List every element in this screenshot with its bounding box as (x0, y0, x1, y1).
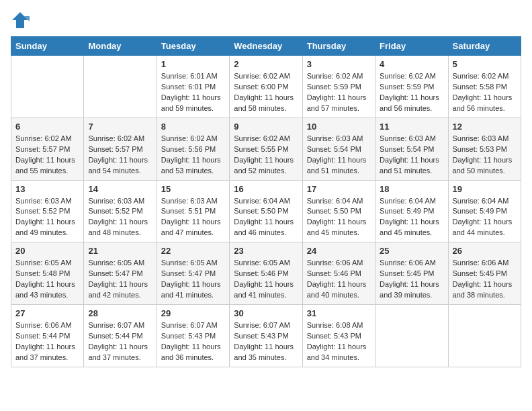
calendar-cell: 18Sunrise: 6:04 AM Sunset: 5:49 PM Dayli… (375, 180, 448, 242)
cell-content: Sunrise: 6:03 AM Sunset: 5:54 PM Dayligh… (307, 134, 371, 177)
calendar-cell: 24Sunrise: 6:06 AM Sunset: 5:46 PM Dayli… (302, 242, 375, 305)
calendar-cell: 27Sunrise: 6:06 AM Sunset: 5:44 PM Dayli… (11, 305, 84, 367)
calendar-cell: 23Sunrise: 6:05 AM Sunset: 5:46 PM Dayli… (230, 242, 302, 305)
day-number: 14 (88, 184, 152, 194)
calendar-cell: 8Sunrise: 6:02 AM Sunset: 5:56 PM Daylig… (157, 118, 229, 180)
calendar-cell: 1Sunrise: 6:01 AM Sunset: 6:01 PM Daylig… (157, 56, 229, 118)
cell-content: Sunrise: 6:06 AM Sunset: 5:45 PM Dayligh… (380, 258, 443, 301)
calendar-table: SundayMondayTuesdayWednesdayThursdayFrid… (11, 36, 521, 367)
day-number: 29 (161, 308, 225, 318)
cell-content: Sunrise: 6:01 AM Sunset: 6:01 PM Dayligh… (161, 71, 225, 114)
cell-content: Sunrise: 6:03 AM Sunset: 5:52 PM Dayligh… (88, 196, 152, 239)
cell-content: Sunrise: 6:03 AM Sunset: 5:53 PM Dayligh… (453, 134, 517, 177)
calendar-cell: 11Sunrise: 6:03 AM Sunset: 5:54 PM Dayli… (375, 118, 448, 180)
day-number: 7 (88, 122, 152, 132)
cell-content: Sunrise: 6:05 AM Sunset: 5:46 PM Dayligh… (234, 258, 298, 301)
day-number: 8 (161, 122, 225, 132)
day-number: 9 (234, 122, 298, 132)
day-number: 20 (15, 246, 79, 256)
cell-content: Sunrise: 6:08 AM Sunset: 5:43 PM Dayligh… (307, 320, 371, 363)
cell-content: Sunrise: 6:06 AM Sunset: 5:45 PM Dayligh… (453, 258, 517, 301)
cell-content: Sunrise: 6:05 AM Sunset: 5:47 PM Dayligh… (161, 258, 225, 301)
cell-content: Sunrise: 6:04 AM Sunset: 5:49 PM Dayligh… (380, 196, 443, 239)
day-number: 27 (15, 308, 79, 318)
day-number: 31 (307, 308, 371, 318)
cell-content: Sunrise: 6:04 AM Sunset: 5:50 PM Dayligh… (234, 196, 298, 239)
calendar-cell: 15Sunrise: 6:03 AM Sunset: 5:51 PM Dayli… (157, 180, 229, 242)
calendar-cell: 29Sunrise: 6:07 AM Sunset: 5:43 PM Dayli… (157, 305, 229, 367)
cell-content: Sunrise: 6:05 AM Sunset: 5:48 PM Dayligh… (15, 258, 79, 301)
calendar-cell: 22Sunrise: 6:05 AM Sunset: 5:47 PM Dayli… (157, 242, 229, 305)
day-number: 3 (307, 59, 371, 69)
cell-content: Sunrise: 6:03 AM Sunset: 5:54 PM Dayligh… (380, 134, 443, 177)
day-number: 25 (380, 246, 443, 256)
header-row: SundayMondayTuesdayWednesdayThursdayFrid… (11, 37, 521, 56)
day-number: 26 (453, 246, 517, 256)
calendar-cell: 21Sunrise: 6:05 AM Sunset: 5:47 PM Dayli… (84, 242, 157, 305)
day-number: 11 (380, 122, 443, 132)
logo (11, 11, 32, 30)
calendar-week-5: 27Sunrise: 6:06 AM Sunset: 5:44 PM Dayli… (11, 305, 521, 367)
cell-content: Sunrise: 6:07 AM Sunset: 5:44 PM Dayligh… (88, 320, 152, 363)
day-number: 16 (234, 184, 298, 194)
calendar-cell: 14Sunrise: 6:03 AM Sunset: 5:52 PM Dayli… (84, 180, 157, 242)
cell-content: Sunrise: 6:06 AM Sunset: 5:46 PM Dayligh… (307, 258, 371, 301)
weekday-header-saturday: Saturday (448, 37, 521, 56)
day-number: 5 (453, 59, 517, 69)
calendar-cell (448, 305, 521, 367)
day-number: 28 (88, 308, 152, 318)
day-number: 2 (234, 59, 298, 69)
weekday-header-sunday: Sunday (11, 37, 84, 56)
day-number: 6 (15, 122, 79, 132)
calendar-cell: 25Sunrise: 6:06 AM Sunset: 5:45 PM Dayli… (375, 242, 448, 305)
day-number: 21 (88, 246, 152, 256)
calendar-cell: 2Sunrise: 6:02 AM Sunset: 6:00 PM Daylig… (230, 56, 302, 118)
calendar-cell: 31Sunrise: 6:08 AM Sunset: 5:43 PM Dayli… (302, 305, 375, 367)
weekday-header-wednesday: Wednesday (230, 37, 302, 56)
day-number: 12 (453, 122, 517, 132)
calendar-cell: 6Sunrise: 6:02 AM Sunset: 5:57 PM Daylig… (11, 118, 84, 180)
day-number: 23 (234, 246, 298, 256)
cell-content: Sunrise: 6:03 AM Sunset: 5:52 PM Dayligh… (15, 196, 79, 239)
page-header (11, 11, 521, 30)
cell-content: Sunrise: 6:02 AM Sunset: 6:00 PM Dayligh… (234, 71, 298, 114)
calendar-cell: 12Sunrise: 6:03 AM Sunset: 5:53 PM Dayli… (448, 118, 521, 180)
cell-content: Sunrise: 6:02 AM Sunset: 5:57 PM Dayligh… (88, 134, 152, 177)
cell-content: Sunrise: 6:02 AM Sunset: 5:57 PM Dayligh… (15, 134, 79, 177)
calendar-header: SundayMondayTuesdayWednesdayThursdayFrid… (11, 37, 521, 56)
calendar-week-4: 20Sunrise: 6:05 AM Sunset: 5:48 PM Dayli… (11, 242, 521, 305)
calendar-cell: 13Sunrise: 6:03 AM Sunset: 5:52 PM Dayli… (11, 180, 84, 242)
cell-content: Sunrise: 6:06 AM Sunset: 5:44 PM Dayligh… (15, 320, 79, 363)
calendar-cell: 28Sunrise: 6:07 AM Sunset: 5:44 PM Dayli… (84, 305, 157, 367)
calendar-cell (84, 56, 157, 118)
day-number: 17 (307, 184, 371, 194)
weekday-header-thursday: Thursday (302, 37, 375, 56)
cell-content: Sunrise: 6:03 AM Sunset: 5:51 PM Dayligh… (161, 196, 225, 239)
day-number: 22 (161, 246, 225, 256)
weekday-header-tuesday: Tuesday (157, 37, 229, 56)
logo-icon (11, 11, 30, 30)
calendar-cell: 4Sunrise: 6:02 AM Sunset: 5:59 PM Daylig… (375, 56, 448, 118)
calendar-week-3: 13Sunrise: 6:03 AM Sunset: 5:52 PM Dayli… (11, 180, 521, 242)
calendar-cell: 19Sunrise: 6:04 AM Sunset: 5:49 PM Dayli… (448, 180, 521, 242)
calendar-cell (11, 56, 84, 118)
calendar-cell (375, 305, 448, 367)
calendar-cell: 26Sunrise: 6:06 AM Sunset: 5:45 PM Dayli… (448, 242, 521, 305)
day-number: 18 (380, 184, 443, 194)
day-number: 1 (161, 59, 225, 69)
cell-content: Sunrise: 6:07 AM Sunset: 5:43 PM Dayligh… (234, 320, 298, 363)
cell-content: Sunrise: 6:02 AM Sunset: 5:56 PM Dayligh… (161, 134, 225, 177)
cell-content: Sunrise: 6:02 AM Sunset: 5:59 PM Dayligh… (380, 71, 443, 114)
day-number: 15 (161, 184, 225, 194)
cell-content: Sunrise: 6:02 AM Sunset: 5:58 PM Dayligh… (453, 71, 517, 114)
svg-marker-0 (12, 12, 28, 28)
calendar-cell: 30Sunrise: 6:07 AM Sunset: 5:43 PM Dayli… (230, 305, 302, 367)
cell-content: Sunrise: 6:04 AM Sunset: 5:50 PM Dayligh… (307, 196, 371, 239)
calendar-cell: 20Sunrise: 6:05 AM Sunset: 5:48 PM Dayli… (11, 242, 84, 305)
day-number: 24 (307, 246, 371, 256)
cell-content: Sunrise: 6:02 AM Sunset: 5:59 PM Dayligh… (307, 71, 371, 114)
cell-content: Sunrise: 6:02 AM Sunset: 5:55 PM Dayligh… (234, 134, 298, 177)
calendar-week-1: 1Sunrise: 6:01 AM Sunset: 6:01 PM Daylig… (11, 56, 521, 118)
calendar-cell: 3Sunrise: 6:02 AM Sunset: 5:59 PM Daylig… (302, 56, 375, 118)
weekday-header-monday: Monday (84, 37, 157, 56)
